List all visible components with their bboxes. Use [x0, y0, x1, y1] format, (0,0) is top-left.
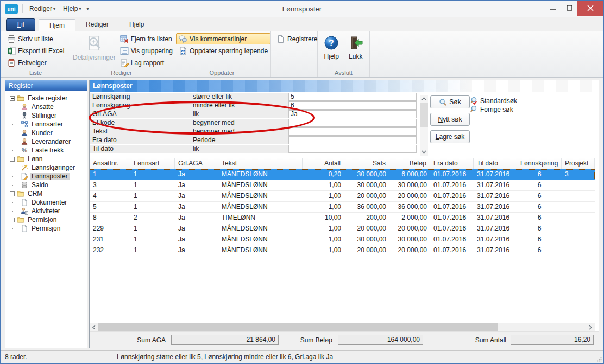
lag-rapport-button[interactable]: Lag rapport [117, 57, 175, 68]
tree-item-permisjon[interactable]: Permisjon [5, 224, 87, 233]
lukk-button[interactable]: Lukk [345, 33, 367, 68]
hjelp-button[interactable]: ? Hjelp [320, 33, 343, 68]
tab-hjelp[interactable]: Hjelp [119, 18, 154, 31]
standardsok-link[interactable]: Standardsøk [470, 97, 517, 105]
filter-value-input[interactable] [288, 145, 417, 153]
scrollbar-thumb[interactable] [420, 103, 428, 127]
table-row[interactable]: 31JaMÅNEDSLØNN1,0030 000,0030 000,0001.0… [90, 180, 595, 191]
collapse-icon[interactable] [10, 191, 15, 196]
filter-value-input[interactable] [288, 119, 417, 127]
detaljvisninger-button[interactable]: Detaljvisninger [73, 33, 116, 68]
filter-value-input[interactable]: 5 [288, 93, 417, 101]
table-cell: Ja [175, 213, 218, 223]
close-button[interactable] [577, 1, 603, 16]
ribbon: Skriv ut liste Eksport til Excel Feltvel… [1, 31, 603, 78]
column-header-grl-aga[interactable]: Grl.AGA [175, 158, 218, 169]
tree-item-leverand-rer[interactable]: Leverandører [5, 137, 87, 146]
column-header-l-nnsart[interactable]: Lønnsart [130, 158, 175, 169]
filter-operator[interactable]: mindre eller lik [190, 101, 288, 110]
filter-operator[interactable]: lik [190, 110, 288, 118]
column-header-l-nnskj-ring[interactable]: Lønnskjøring [517, 158, 562, 169]
quick-menu-hjelp[interactable]: Hjelp ▾ [61, 4, 83, 14]
tree-item-faste-trekk[interactable]: %Faste trekk [5, 146, 87, 155]
lagre-sok-button[interactable]: Lagre søk [430, 130, 470, 143]
tree-item-ansatte[interactable]: Ansatte [5, 103, 87, 111]
minimize-button[interactable] [545, 1, 561, 15]
scroll-down-icon[interactable] [420, 148, 428, 156]
tab-fil[interactable]: Fil [6, 18, 35, 31]
tree-item-l-nnskj-ringer[interactable]: Lønnskjøringer [5, 163, 87, 172]
filter-operator[interactable]: begynner med [190, 119, 288, 127]
forrige-sok-link[interactable]: Forrige søk [470, 105, 517, 113]
column-header-tekst[interactable]: Tekst [218, 158, 303, 169]
horizontal-scrollbar[interactable] [90, 323, 595, 331]
filter-value-input[interactable]: 6 [288, 101, 417, 110]
vis-gruppering-button[interactable]: Vis gruppering [117, 45, 175, 56]
feltvelger-button[interactable]: Feltvelger [4, 57, 67, 68]
filter-operator[interactable]: begynner med [190, 127, 288, 136]
filter-operator[interactable]: lik [190, 145, 288, 153]
collapse-icon[interactable] [10, 157, 15, 162]
eksport-til-excel-button[interactable]: Eksport til Excel [4, 45, 67, 56]
column-header-antall[interactable]: Antall [303, 158, 344, 169]
collapse-icon[interactable] [10, 96, 15, 101]
quick-menu-rediger[interactable]: Rediger ▾ [27, 4, 58, 14]
nytt-sok-button[interactable]: Nytt søk [430, 113, 470, 126]
tree-item-crm[interactable]: CRM [5, 189, 87, 198]
table-row[interactable]: 2291JaMÅNEDSLØNN1,0020 000,0020 000,0001… [90, 223, 595, 234]
tree-item-l-nnsposter[interactable]: Lønnsposter [5, 172, 87, 181]
filter-value-input[interactable]: Ja [288, 110, 417, 118]
column-header-til-dato[interactable]: Til dato [474, 158, 517, 169]
column-header-sats[interactable]: Sats [344, 158, 389, 169]
table-cell: 01.07.2016 [430, 169, 474, 180]
table-cell: 229 [90, 223, 130, 234]
vis-kommentarlinjer-button[interactable]: Vis kommentarlinjer [176, 33, 270, 44]
column-header-fra-dato[interactable]: Fra dato [430, 158, 474, 169]
filter-scrollbar[interactable] [420, 95, 428, 156]
table-cell [562, 180, 595, 190]
tree-item-l-nn[interactable]: Lønn [5, 155, 87, 163]
sum-aga-value: 21 864,00 [171, 335, 279, 345]
fjern-fra-listen-button[interactable]: Fjern fra listen [117, 33, 175, 44]
scrollbar-thumb[interactable] [98, 323, 498, 331]
skriv-ut-liste-button[interactable]: Skriv ut liste [4, 33, 67, 44]
column-header-prosjekt[interactable]: Prosjekt [562, 158, 595, 169]
tree-item-saldo[interactable]: Saldo [5, 181, 87, 189]
scroll-left-icon[interactable] [90, 325, 98, 330]
column-header-bel-p[interactable]: Beløp [389, 158, 430, 169]
tree-item-faste-register[interactable]: Faste register [5, 94, 87, 103]
oppdater-sporring-button[interactable]: Oppdater spørring løpende [176, 45, 270, 56]
collapse-icon[interactable] [10, 218, 15, 222]
table-row[interactable]: 41JaMÅNEDSLØNN1,0020 000,0020 000,0001.0… [90, 191, 595, 202]
tree-item-aktiviteter[interactable]: Aktiviteter [5, 207, 87, 215]
table-cell: 1 [130, 245, 175, 256]
tree-item-l-nnsarter[interactable]: Lønnsarter [5, 120, 87, 129]
filter-row: LT.kodebegynner med [90, 119, 599, 127]
table-cell: 31.07.2016 [474, 180, 517, 190]
customize-toolbar-icon[interactable]: ▾ [86, 7, 89, 11]
tree-item-kunder[interactable]: Kunder [5, 129, 87, 137]
table-row[interactable]: 82JaTIMELØNN10,00200,002 000,0001.07.201… [90, 213, 595, 223]
tree-item-permisjon[interactable]: Permisjon [5, 215, 87, 224]
sok-button[interactable]: Søk [430, 95, 470, 108]
filter-operator[interactable]: større eller lik [190, 93, 288, 101]
tree-item-stillinger[interactable]: Stillinger [5, 111, 87, 120]
table-row[interactable]: 2321JaMÅNEDSLØNN1,0020 000,0020 000,0001… [90, 245, 595, 256]
tab-hjem[interactable]: Hjem [39, 19, 76, 31]
filter-value-input[interactable] [288, 136, 417, 144]
resize-grip[interactable] [595, 351, 603, 363]
column-header-ansattnr-[interactable]: Ansattnr. [90, 158, 130, 169]
scroll-up-icon[interactable] [420, 95, 428, 103]
registrere-button[interactable]: Registrere [274, 33, 320, 44]
table-cell: 6 [517, 213, 562, 223]
table-row[interactable]: 2311JaMÅNEDSLØNN1,0030 000,0030 000,0001… [90, 234, 595, 245]
tab-rediger[interactable]: Rediger [76, 18, 119, 31]
filter-operator[interactable]: Periode [190, 136, 288, 144]
table-row[interactable]: 11JaMÅNEDSLØNN0,2030 000,006 000,0001.07… [90, 169, 595, 180]
table-cell: Ja [175, 223, 218, 234]
tree-item-dokumenter[interactable]: Dokumenter [5, 198, 87, 207]
maximize-button[interactable] [561, 1, 577, 15]
scroll-right-icon[interactable] [586, 325, 595, 330]
table-row[interactable]: 51JaMÅNEDSLØNN1,0036 000,0036 000,0001.0… [90, 202, 595, 213]
filter-value-input[interactable] [288, 127, 417, 136]
